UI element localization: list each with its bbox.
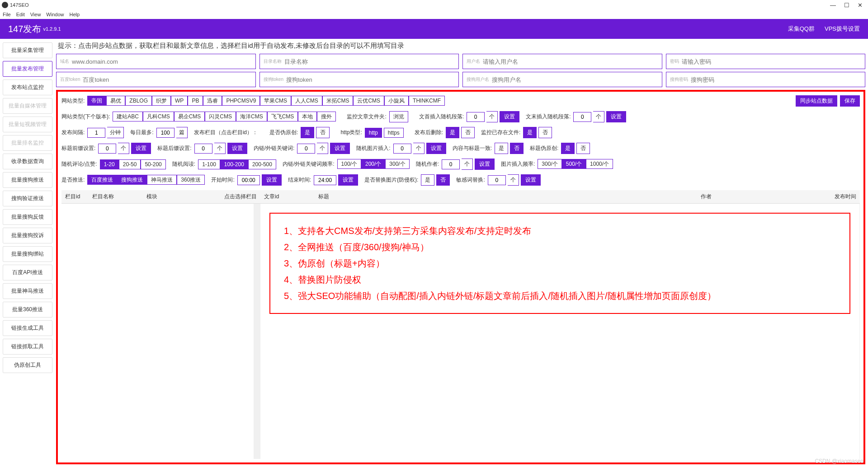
option-tag[interactable]: 小旋风 [384,96,409,106]
https-option[interactable]: https [384,128,404,138]
randimg-input[interactable] [393,144,411,154]
sidebar-item-11[interactable]: 批量搜狗绑站 [3,246,52,262]
sidebar-item-6[interactable]: 收录数据查询 [3,154,52,169]
table-right-body[interactable]: 1、支持各大CMS发布/支持第三方采集内容发布/支持定时发布2、全网推送（百度/… [260,204,860,459]
delafter-yes[interactable]: 是 [446,127,459,138]
monitorexist-yes[interactable]: 是 [523,127,537,138]
option-tag[interactable]: 人人CMS [291,96,322,106]
option-tag[interactable]: 建站ABC [113,112,143,121]
text-input[interactable] [492,76,658,83]
option-tag[interactable]: 1-20 [100,159,119,169]
option-tag[interactable]: 300/个 [385,159,409,169]
linkkw-btn[interactable]: 设置 [330,143,350,154]
contenttitle-no[interactable]: 否 [510,143,524,154]
sidebar-item-2[interactable]: 发布站点监控 [3,79,52,95]
sidebar-item-12[interactable]: 百度API推送 [3,265,52,280]
sidebar-item-16[interactable]: 链接抓取工具 [3,339,52,355]
randimg-btn[interactable]: 设置 [426,143,446,154]
menu-edit[interactable]: Edit [16,12,25,17]
option-tag[interactable]: 搜外 [317,112,336,121]
titleprefix-input[interactable] [98,144,116,154]
insert-head-setbtn[interactable]: 设置 [500,111,519,122]
menu-window[interactable]: Window [46,12,64,17]
sidebar-item-17[interactable]: 伪原创工具 [3,357,52,373]
contenttitle-yes[interactable]: 是 [495,143,508,154]
insert-tail-input[interactable] [573,112,591,122]
endtime-input[interactable] [314,175,336,185]
sidebar-item-5[interactable]: 批量排名监控 [3,135,52,151]
option-tag[interactable]: 云优CMS [353,96,384,106]
option-tag[interactable]: 360推送 [177,175,205,185]
interval-input[interactable] [87,128,105,138]
option-tag[interactable]: 本地 [298,112,317,121]
dailymax-input[interactable] [156,128,175,138]
titlesuffix-btn[interactable]: 设置 [227,143,247,154]
option-tag[interactable]: 200/个 [361,159,385,169]
option-tag[interactable]: 20-50 [119,159,141,169]
option-tag[interactable]: 百度推送 [87,175,117,185]
table-left-body[interactable] [61,204,260,459]
titlesuffix-input[interactable] [194,144,212,154]
delafter-no[interactable]: 否 [461,127,475,138]
minimize-icon[interactable]: — [830,2,836,9]
text-input[interactable] [286,76,455,83]
menu-view[interactable]: View [30,12,41,17]
sensitive-btn[interactable]: 设置 [521,174,541,186]
insert-tail-setbtn[interactable]: 设置 [606,111,626,122]
header-link-vps[interactable]: VPS拨号设置 [825,25,860,33]
text-input[interactable] [691,76,862,83]
text-input[interactable] [682,58,862,65]
text-input[interactable] [483,58,658,65]
sidebar-item-4[interactable]: 批量短视频管理 [3,117,52,132]
maximize-icon[interactable]: ☐ [844,2,849,9]
sidebar-item-15[interactable]: 链接生成工具 [3,320,52,336]
sidebar-item-1[interactable]: 批量发布管理 [3,61,52,77]
insert-head-input[interactable] [467,112,485,122]
option-tag[interactable]: 海洋CMS [236,112,267,121]
sync-button[interactable]: 同步站点数据 [796,95,837,107]
randauthor-input[interactable] [442,159,460,169]
scrollbar[interactable] [254,204,260,459]
text-input[interactable] [83,76,251,83]
sidebar-item-13[interactable]: 批量神马推送 [3,283,52,299]
sidebar-item-0[interactable]: 批量采集管理 [3,42,52,58]
option-tag[interactable]: 50-200 [141,159,165,169]
option-tag[interactable]: 100/个 [337,159,361,169]
option-tag[interactable]: ZBLOG [125,96,152,106]
isoriginal-no[interactable]: 否 [316,127,330,138]
option-tag[interactable]: 300/个 [538,159,561,169]
browse-button[interactable]: 浏览 [389,111,408,122]
http-option[interactable]: http [365,128,382,138]
menu-file[interactable]: File [3,12,11,17]
option-tag[interactable]: 闪灵CMS [205,112,236,121]
replaceimg-no[interactable]: 否 [436,174,450,186]
titleorig-no[interactable]: 否 [576,143,590,154]
save-button[interactable]: 保存 [840,95,860,107]
sidebar-item-10[interactable]: 批量搜狗投诉 [3,228,52,243]
option-tag[interactable]: 易优 [106,96,125,106]
sidebar-item-3[interactable]: 批量自媒体管理 [3,98,52,114]
starttime-btn[interactable]: 设置 [262,174,282,186]
titleorig-yes[interactable]: 是 [561,143,575,154]
sensitive-input[interactable] [488,175,506,185]
option-tag[interactable]: 500/个 [562,159,586,169]
randauthor-btn[interactable]: 设置 [475,159,495,170]
option-tag[interactable]: 帝国 [87,96,106,106]
starttime-input[interactable] [237,175,260,185]
endtime-btn[interactable]: 设置 [338,174,358,186]
option-tag[interactable]: 1-100 [198,159,220,169]
option-tag[interactable]: 凡科CMS [143,112,174,121]
close-icon[interactable]: ✕ [858,2,863,9]
option-tag[interactable]: 米拓CMS [322,96,354,106]
replaceimg-yes[interactable]: 是 [421,174,434,186]
option-tag[interactable]: 织梦 [152,96,171,106]
option-tag[interactable]: 易企CMS [174,112,205,121]
option-tag[interactable]: 搜狗推送 [117,175,147,185]
option-tag[interactable]: 神马推送 [147,175,177,185]
sidebar-item-9[interactable]: 批量搜狗反馈 [3,209,52,225]
text-input[interactable] [72,58,252,65]
sidebar-item-7[interactable]: 批量搜狗推送 [3,172,52,188]
option-tag[interactable]: THINKCMF [409,96,445,106]
option-tag[interactable]: 100-200 [220,159,248,169]
isoriginal-yes[interactable]: 是 [301,127,314,138]
